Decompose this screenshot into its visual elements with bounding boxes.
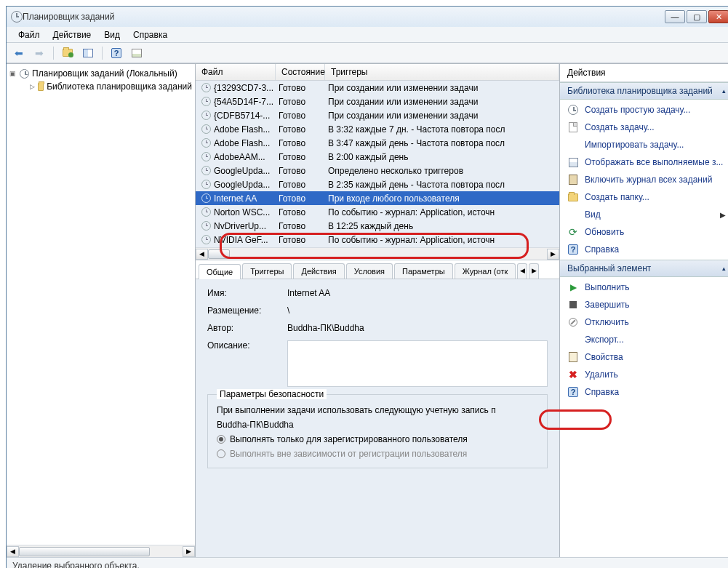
tab-scroll-left[interactable]: ◀ [517, 263, 527, 279]
action-удалить[interactable]: ✖Удалить [560, 366, 728, 383]
menu-file[interactable]: Файл [12, 28, 46, 41]
task-trigger: По событию - журнал: Application, источн [325, 207, 559, 217]
task-state: Готово [276, 235, 325, 245]
none-icon [567, 334, 579, 345]
action-создать-простую-задачу-[interactable]: Создать простую задачу... [560, 101, 728, 119]
label-location: Размещение: [207, 305, 287, 316]
delete-icon: ✖ [567, 369, 579, 380]
tab-settings[interactable]: Параметры [394, 263, 453, 279]
actions-section-library[interactable]: Библиотека планировщика заданий ▴ [560, 82, 728, 100]
actions-section-library-label: Библиотека планировщика заданий [567, 86, 713, 96]
action-свойства[interactable]: Свойства [560, 348, 728, 366]
task-row[interactable]: Adobe Flash...ГотовоВ 3:47 каждый день -… [196, 136, 559, 150]
scroll-right-button[interactable]: ▶ [183, 546, 195, 557]
task-row[interactable]: {CDFB5714-...ГотовоПри создании или изме… [196, 108, 559, 122]
menu-action[interactable]: Действие [47, 28, 97, 41]
tree-hscroll[interactable]: ◀ ▶ [7, 545, 195, 557]
close-button[interactable]: ✕ [708, 10, 728, 23]
action-label: Экспорт... [585, 335, 624, 345]
action-завершить[interactable]: Завершить [560, 296, 728, 313]
task-row[interactable]: GoogleUpda...ГотовоОпределено несколько … [196, 164, 559, 177]
radio-any-time[interactable]: Выполнять вне зависимости от регистрации… [217, 449, 538, 459]
radio-logged-on[interactable]: Выполнять только для зарегистрированного… [217, 434, 538, 444]
task-row[interactable]: Norton WSC...ГотовоПо событию - журнал: … [196, 205, 559, 219]
action-импортировать-задачу-[interactable]: Импортировать задачу... [560, 136, 728, 153]
help-icon: ? [567, 386, 579, 398]
panel-toggle-button[interactable] [80, 45, 96, 61]
action-вид[interactable]: Вид▶ [560, 206, 728, 223]
collapse-icon: ▴ [722, 87, 726, 95]
task-state: Готово [276, 138, 325, 148]
task-row[interactable]: {13293CD7-3...ГотовоПри создании или изм… [196, 81, 559, 95]
collapse-icon[interactable]: ▣ [9, 70, 17, 77]
scroll-left-button[interactable]: ◀ [7, 546, 19, 557]
task-row[interactable]: NVIDIA GeF...ГотовоПо событию - журнал: … [196, 233, 559, 247]
tab-history[interactable]: Журнал (отк [455, 263, 516, 279]
up-folder-button[interactable] [60, 45, 76, 61]
maximize-button[interactable]: ▢ [687, 10, 707, 23]
scroll-thumb[interactable] [208, 249, 230, 259]
task-trigger: В 2:00 каждый день [325, 152, 559, 162]
col-file[interactable]: Файл [196, 64, 276, 80]
action-label: Выполнить [585, 282, 630, 292]
tab-conditions[interactable]: Условия [346, 263, 393, 279]
action-справка[interactable]: ?Справка [560, 383, 728, 401]
action-отключить[interactable]: Отключить [560, 313, 728, 331]
label-name: Имя: [207, 288, 287, 298]
tab-scroll-right[interactable]: ▶ [529, 263, 539, 279]
task-row[interactable]: AdobeAAM...ГотовоВ 2:00 каждый день [196, 150, 559, 164]
action-label: Свойства [585, 352, 623, 362]
col-state[interactable]: Состояние [276, 64, 325, 80]
scroll-left-button[interactable]: ◀ [196, 249, 208, 260]
task-row[interactable]: NvDriverUp...ГотовоВ 12:25 каждый день [196, 219, 559, 233]
expand-icon[interactable]: ▷ [30, 83, 35, 90]
tree-library[interactable]: ▷ Библиотека планировщика заданий [9, 80, 192, 93]
menu-view[interactable]: Вид [98, 28, 126, 41]
details-toggle-button[interactable] [129, 45, 145, 61]
action-выполнить[interactable]: ▶Выполнить [560, 279, 728, 296]
task-trigger: В 12:25 каждый день [325, 221, 559, 231]
task-row[interactable]: Internet AAГотовоПри входе любого пользо… [196, 191, 559, 205]
scroll-thumb[interactable] [19, 547, 150, 556]
action-создать-папку-[interactable]: Создать папку... [560, 188, 728, 206]
disable-icon [567, 316, 579, 328]
task-name: NVIDIA GeF... [214, 235, 268, 245]
scroll-right-button[interactable]: ▶ [547, 249, 559, 260]
tab-triggers[interactable]: Триггеры [242, 263, 292, 279]
action-справка[interactable]: ?Справка [560, 241, 728, 258]
minimize-button[interactable]: — [665, 10, 685, 23]
action-создать-задачу-[interactable]: Создать задачу... [560, 119, 728, 136]
forward-button[interactable]: ➡ [31, 45, 47, 61]
task-state: Готово [276, 97, 325, 107]
tab-actions[interactable]: Действия [293, 263, 344, 279]
task-state: Готово [276, 124, 325, 135]
tab-general[interactable]: Общие [199, 264, 241, 279]
menu-help[interactable]: Справка [127, 28, 173, 41]
back-button[interactable]: ⬅ [11, 45, 27, 61]
task-row[interactable]: Adobe Flash...ГотовоВ 3:32 каждые 7 дн. … [196, 122, 559, 136]
help-icon: ? [111, 48, 121, 58]
action-label: Создать простую задачу... [585, 105, 690, 115]
radio-icon [217, 449, 225, 458]
clock-icon [201, 138, 211, 148]
clock-icon [201, 97, 211, 106]
actions-section-selected[interactable]: Выбранный элемент ▴ [560, 260, 728, 277]
action-обновить[interactable]: ⟳Обновить [560, 223, 728, 241]
task-row[interactable]: {54A5D14F-7...ГотовоПри создании или изм… [196, 95, 559, 108]
action-отображать-все-выполняемые-з-[interactable]: Отображать все выполняемые з... [560, 153, 728, 171]
col-triggers[interactable]: Триггеры [325, 64, 559, 80]
tree-root[interactable]: ▣ Планировщик заданий (Локальный) [9, 67, 192, 80]
task-name: GoogleUpda... [214, 166, 270, 176]
action-экспорт-[interactable]: Экспорт... [560, 331, 728, 348]
none-icon [567, 139, 579, 151]
tree-root-label: Планировщик заданий (Локальный) [32, 68, 177, 79]
help-button[interactable]: ? [108, 45, 124, 61]
value-author: Buddha-ПК\Buddha [287, 323, 548, 333]
arrow-right-icon: ➡ [35, 47, 44, 59]
list-hscroll[interactable]: ◀ ▶ [196, 247, 559, 260]
task-row[interactable]: GoogleUpda...ГотовоВ 2:35 каждый день - … [196, 177, 559, 191]
clock-icon [201, 180, 211, 189]
detail-tabs: Общие Триггеры Действия Условия Параметр… [196, 260, 559, 279]
action-label: Вид [585, 209, 601, 220]
action-включить-журнал-всех-заданий[interactable]: Включить журнал всех заданий [560, 171, 728, 188]
